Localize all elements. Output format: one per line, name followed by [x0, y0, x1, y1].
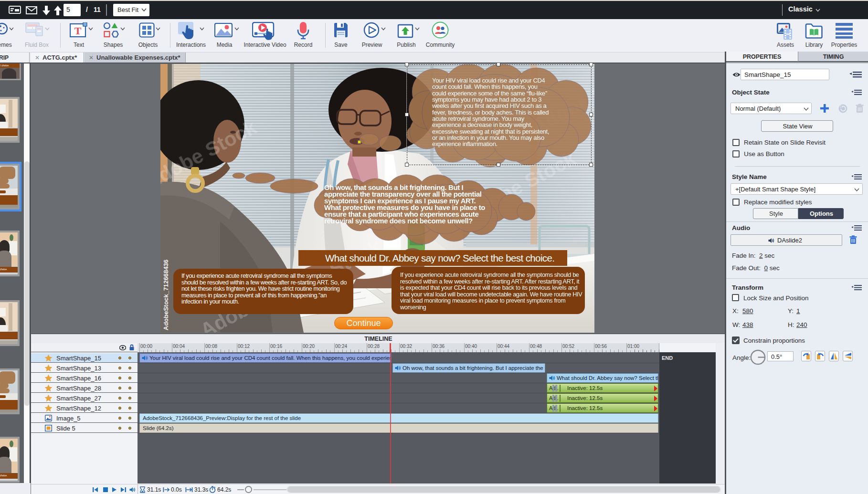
svg-text:AdobeStock_712668436: AdobeStock_712668436 [162, 260, 169, 330]
svg-text:T: T [74, 25, 82, 37]
